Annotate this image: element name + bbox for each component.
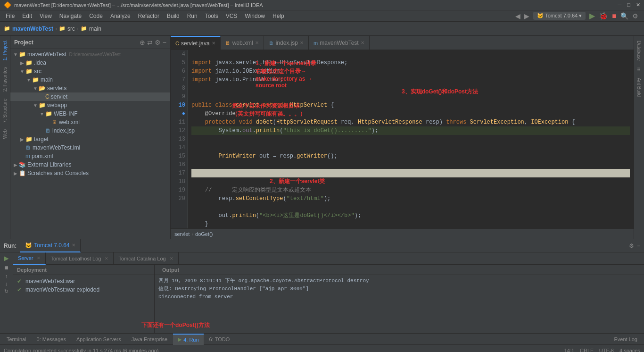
tab-indexjsp[interactable]: 🗎 index.jsp ✕ bbox=[264, 36, 309, 50]
tree-idea[interactable]: ▶ 📁 .idea bbox=[10, 59, 170, 67]
run-settings-btn[interactable]: ⚙ bbox=[629, 243, 634, 249]
run-up-btn[interactable]: ↑ bbox=[5, 273, 8, 279]
settings-tree-btn[interactable]: ⚙ bbox=[155, 39, 161, 46]
tab-favorites[interactable]: 2: Favorites bbox=[1, 64, 8, 94]
tree-webinf[interactable]: ▼ 📁 WEB-INF bbox=[10, 109, 170, 118]
tab-ant-build[interactable]: Ant Build bbox=[636, 75, 643, 100]
settings-btn[interactable]: ⚙ bbox=[632, 12, 638, 20]
sync-btn[interactable]: ⇄ bbox=[147, 39, 153, 46]
bottom-tab-app-servers[interactable]: Application Servers bbox=[72, 334, 126, 345]
run-tab-catalina-log[interactable]: Tomcat Catalina Log ✕ bbox=[114, 252, 178, 265]
bottom-tab-event-log[interactable]: Event Log bbox=[609, 334, 642, 345]
tab-maven-close[interactable]: ✕ bbox=[361, 40, 364, 45]
tab-project[interactable]: 1: Project bbox=[1, 38, 8, 63]
nav-back-btn[interactable]: ◀ bbox=[515, 12, 520, 20]
menu-build[interactable]: Build bbox=[163, 12, 183, 20]
maximize-btn[interactable]: □ bbox=[627, 2, 630, 8]
tab-web[interactable]: Web bbox=[1, 126, 8, 142]
bottom-tab-run[interactable]: ▶ 4: Run bbox=[173, 334, 203, 345]
tomcat-icon: 🐱 bbox=[25, 242, 32, 249]
tree-target[interactable]: ▶ 📁 target bbox=[10, 135, 170, 143]
tree-target-label: target bbox=[34, 136, 49, 142]
tab-m[interactable]: m bbox=[636, 65, 643, 74]
tree-servlet-java[interactable]: C servlet bbox=[10, 92, 170, 101]
bottom-tab-java-enterprise[interactable]: Java Enterprise bbox=[127, 334, 172, 345]
tab-maven-label: mavenWebTest bbox=[320, 40, 358, 46]
tree-ext-libs[interactable]: ▶ 📚 External Libraries bbox=[10, 160, 170, 169]
tree-root[interactable]: ▼ 📁 mavenWebTest D:/demo/mavenWebTest bbox=[10, 50, 170, 59]
minimize-btn[interactable]: ─ bbox=[618, 2, 622, 8]
tree-pomxml[interactable]: m pom.xml bbox=[10, 152, 170, 160]
code-content[interactable]: import javax.servlet.http.HttpServletRes… bbox=[188, 50, 634, 228]
localhost-log-close[interactable]: ✕ bbox=[105, 256, 108, 261]
run-config-selector[interactable]: 🐱 Tomcat 7.0.64 ▾ bbox=[533, 12, 586, 20]
tree-iml[interactable]: 🗎 mavenWebTest.iml bbox=[10, 143, 170, 152]
breadcrumb-class[interactable]: servlet bbox=[174, 231, 190, 237]
run-output: 四月 19, 2019 8:19:41 下午 org.apache.coyote… bbox=[155, 275, 644, 333]
status-right: 14:1 CRLF UTF-8 4 spaces bbox=[564, 348, 640, 352]
menu-tools[interactable]: Tools bbox=[201, 12, 222, 20]
status-line-ending[interactable]: CRLF bbox=[580, 348, 594, 352]
col-deployment: Deployment bbox=[13, 265, 145, 275]
menu-navigate[interactable]: Navigate bbox=[56, 12, 85, 20]
menu-vcs[interactable]: VCS bbox=[222, 12, 241, 20]
tab-webxml[interactable]: 🗎 web.xml ✕ bbox=[221, 36, 264, 50]
run-tab-localhost-log[interactable]: Tomcat Localhost Log ✕ bbox=[46, 252, 114, 265]
run-stop-btn[interactable]: ■ bbox=[4, 264, 8, 271]
app-servers-label: Application Servers bbox=[76, 336, 121, 342]
tab-indexjsp-close[interactable]: ✕ bbox=[300, 40, 304, 45]
debug-btn[interactable]: 🐞 bbox=[599, 11, 608, 20]
bottom-tab-terminal[interactable]: Terminal bbox=[2, 334, 31, 345]
tree-src[interactable]: ▼ 📁 src bbox=[10, 67, 170, 75]
bottom-tab-messages[interactable]: 0: Messages bbox=[32, 334, 71, 345]
menu-file[interactable]: File bbox=[2, 12, 18, 20]
collapse-btn[interactable]: − bbox=[163, 39, 166, 46]
tab-database[interactable]: Database bbox=[636, 38, 643, 64]
tree-webapp[interactable]: ▼ 📁 webapp bbox=[10, 101, 170, 109]
menu-window[interactable]: Window bbox=[241, 12, 269, 20]
run-goto-btn[interactable]: ↻ bbox=[4, 288, 8, 294]
breadcrumb-main[interactable]: main bbox=[89, 25, 101, 32]
run-content: ▶ ■ ↑ ↓ ↻ Server ✕ Tomcat Localhost Log … bbox=[0, 252, 644, 333]
close-btn[interactable]: ✕ bbox=[636, 2, 640, 8]
nav-forward-btn[interactable]: ▶ bbox=[524, 12, 529, 20]
server-tab-close[interactable]: ✕ bbox=[37, 256, 41, 260]
menu-help[interactable]: Help bbox=[269, 12, 288, 20]
run-play-btn[interactable]: ▶ bbox=[4, 254, 9, 262]
tab-servlet-close[interactable]: ✕ bbox=[212, 41, 215, 46]
menu-run[interactable]: Run bbox=[183, 12, 201, 20]
menu-analyze[interactable]: Analyze bbox=[107, 12, 134, 20]
tree-webxml[interactable]: 🗎 web.xml bbox=[10, 118, 170, 126]
run-tab-server[interactable]: Server ✕ bbox=[13, 252, 46, 265]
run-tab-tomcat[interactable]: 🐱 Tomcat 7.0.64 ✕ bbox=[20, 239, 80, 252]
breadcrumb-project[interactable]: mavenWebTest bbox=[12, 25, 53, 32]
menu-edit[interactable]: Edit bbox=[18, 12, 36, 20]
run-down-btn[interactable]: ↓ bbox=[5, 281, 8, 286]
tree-main[interactable]: ▼ 📁 main bbox=[10, 75, 170, 84]
java-enterprise-label: Java Enterprise bbox=[132, 336, 167, 342]
search-everywhere-btn[interactable]: 🔍 bbox=[620, 12, 628, 20]
menu-refactor[interactable]: Refactor bbox=[134, 12, 163, 20]
tab-servlet-java[interactable]: C servlet.java ✕ bbox=[171, 36, 221, 50]
run-btn[interactable]: ▶ bbox=[589, 11, 595, 20]
tomcat-close[interactable]: ✕ bbox=[72, 243, 75, 248]
statusbar: Compilation completed successfully in 11… bbox=[0, 344, 644, 352]
bottom-tab-todo[interactable]: 6: TODO bbox=[205, 334, 235, 345]
tab-maven[interactable]: m mavenWebTest ✕ bbox=[309, 36, 370, 50]
tree-indexjsp[interactable]: 🗎 index.jsp bbox=[10, 126, 170, 135]
status-encoding[interactable]: UTF-8 bbox=[599, 348, 614, 352]
stop-btn[interactable]: ■ bbox=[612, 12, 617, 20]
tab-webxml-close[interactable]: ✕ bbox=[255, 40, 259, 45]
status-indent[interactable]: 4 spaces bbox=[619, 348, 640, 352]
breadcrumb-src[interactable]: src bbox=[67, 25, 75, 32]
menu-view[interactable]: View bbox=[36, 12, 56, 20]
add-btn[interactable]: ⊕ bbox=[140, 39, 145, 46]
run-close-btn[interactable]: − bbox=[637, 243, 640, 249]
status-position[interactable]: 14:1 bbox=[564, 348, 574, 352]
tree-servlets[interactable]: ▼ 📂 servlets bbox=[10, 84, 170, 92]
catalina-log-close[interactable]: ✕ bbox=[170, 256, 173, 261]
tab-structure[interactable]: 7: Structure bbox=[1, 96, 8, 126]
breadcrumb-method[interactable]: doGet() bbox=[195, 231, 213, 237]
menu-code[interactable]: Code bbox=[85, 12, 107, 20]
tree-scratches[interactable]: ▶ 📋 Scratches and Consoles bbox=[10, 169, 170, 177]
